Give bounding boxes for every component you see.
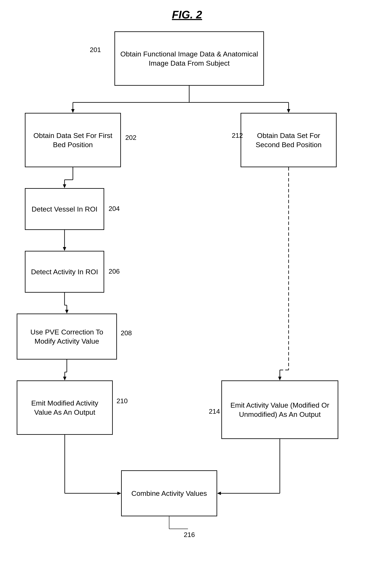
ref-208: 208	[121, 329, 132, 337]
box-obtain-second: Obtain Data Set For Second Bed Position	[241, 113, 337, 167]
box-obtain-functional: Obtain Functional Image Data & Anatomica…	[114, 31, 264, 86]
svg-marker-9	[63, 184, 66, 188]
svg-marker-26	[117, 492, 121, 495]
box-detect-vessel: Detect Vessel In ROI	[25, 188, 104, 230]
box-detect-activity: Detect Activity In ROI	[25, 251, 104, 293]
svg-marker-19	[63, 377, 66, 380]
svg-marker-15	[65, 310, 69, 314]
diagram: FIG. 2	[0, 0, 374, 588]
svg-marker-23	[278, 377, 282, 380]
svg-marker-5	[287, 109, 290, 113]
ref-216: 216	[184, 531, 195, 539]
box-obtain-first: Obtain Data Set For First Bed Position	[25, 113, 121, 167]
figure-title: FIG. 2	[172, 8, 202, 21]
ref-212: 212	[232, 132, 243, 139]
ref-214: 214	[209, 408, 220, 415]
ref-210: 210	[117, 397, 128, 405]
box-combine: Combine Activity Values	[121, 470, 217, 516]
ref-201: 201	[90, 46, 101, 54]
box-use-pve: Use PVE Correction To Modify Activity Va…	[17, 314, 117, 359]
box-emit-activity: Emit Activity Value (Modified Or Unmodif…	[221, 380, 338, 439]
svg-marker-29	[217, 492, 221, 495]
svg-marker-11	[63, 247, 66, 251]
ref-202: 202	[125, 134, 136, 142]
ref-206: 206	[109, 268, 120, 275]
box-emit-modified: Emit Modified Activity Value As An Outpu…	[17, 380, 113, 435]
svg-marker-3	[71, 109, 75, 113]
ref-204: 204	[109, 205, 120, 213]
